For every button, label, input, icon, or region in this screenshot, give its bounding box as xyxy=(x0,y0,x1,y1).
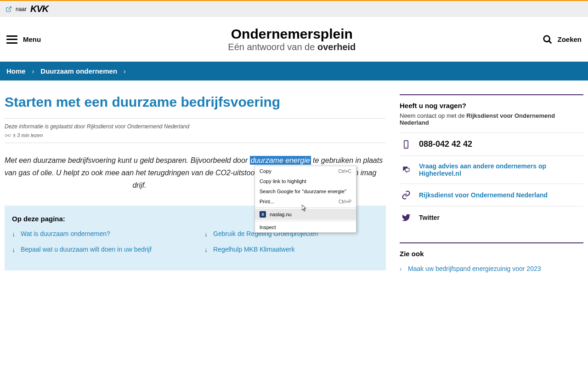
svg-line-2 xyxy=(549,40,552,43)
search-button[interactable]: Zoeken xyxy=(543,34,582,45)
header: Menu Ondernemersplein Eén antwoord van d… xyxy=(0,17,588,62)
top-bar: naar KVK xyxy=(0,0,588,17)
intro-pre: Met een duurzame bedrijfsvoering kunt u … xyxy=(5,156,250,164)
breadcrumb: Home › Duurzaam ondernemen › xyxy=(0,62,588,80)
contact-pre: Neem contact op met de xyxy=(400,112,466,119)
cm-label: naslag.nu xyxy=(270,212,292,217)
sidebar: Heeft u nog vragen? Neem contact op met … xyxy=(400,94,583,291)
svg-rect-5 xyxy=(404,140,408,148)
brand-title: Ondernemersplein xyxy=(228,26,356,42)
toc-link[interactable]: ↓Wat is duurzaam ondernemen? xyxy=(12,230,186,237)
seealso-text: Maak uw bedrijfspand energiezuinig voor … xyxy=(408,265,541,272)
rvo-text: Rijksdienst voor Ondernemend Nederland xyxy=(419,191,548,199)
advice-text: Vraag advies aan andere ondernemers op H… xyxy=(419,162,582,177)
search-icon xyxy=(543,34,553,45)
sidebar-questions: Heeft u nog vragen? Neem contact op met … xyxy=(400,94,583,229)
chevron-right-icon: › xyxy=(32,68,34,75)
breadcrumb-section[interactable]: Duurzaam ondernemen xyxy=(40,67,117,75)
divider xyxy=(5,118,386,119)
read-time-text: ± 3 min lezen xyxy=(13,132,43,138)
chevron-right-icon: › xyxy=(124,68,126,75)
toc-columns: ↓Wat is duurzaam ondernemen? ↓Bepaal wat… xyxy=(12,230,379,261)
brand-sub-strong: overheid xyxy=(317,42,356,52)
toc-link-label: Bepaal wat u duurzaam wilt doen in uw be… xyxy=(21,246,152,253)
arrow-down-icon: ↓ xyxy=(12,231,15,237)
chat-icon xyxy=(401,165,411,174)
cm-label: Inspect xyxy=(260,224,276,230)
contact-advice[interactable]: Vraag advies aan andere ondernemers op H… xyxy=(400,155,583,184)
cm-label: Copy link to highlight xyxy=(260,178,306,184)
external-link-icon xyxy=(6,6,12,12)
toc-col-1: ↓Wat is duurzaam ondernemen? ↓Bepaal wat… xyxy=(12,230,186,261)
contact-rvo[interactable]: Rijksdienst voor Ondernemend Nederland xyxy=(400,184,583,206)
menu-label: Menu xyxy=(23,35,41,43)
divider xyxy=(5,143,386,143)
breadcrumb-home[interactable]: Home xyxy=(6,67,26,75)
seealso-link[interactable]: › Maak uw bedrijfspand energiezuinig voo… xyxy=(400,260,583,277)
read-time: ± 3 min lezen xyxy=(5,132,386,138)
brand[interactable]: Ondernemersplein Eén antwoord van de ove… xyxy=(228,26,356,52)
cm-copy[interactable]: CopyCtrl+C xyxy=(255,166,356,176)
svg-line-0 xyxy=(8,6,11,9)
toc-col-2: ↓Gebruik de Regeling Groenprojecten ↓Reg… xyxy=(204,230,379,261)
cm-separator xyxy=(255,221,356,221)
twitter-icon xyxy=(401,213,411,222)
contact-twitter[interactable]: Twitter xyxy=(400,206,583,229)
meta-source: Deze informatie is geplaatst door Rijksd… xyxy=(5,123,386,130)
toc-link[interactable]: ↓Bepaal wat u duurzaam wilt doen in uw b… xyxy=(12,246,186,253)
selected-text: duurzame energie xyxy=(250,156,311,165)
link-icon xyxy=(401,190,411,200)
glasses-icon xyxy=(5,133,11,138)
phone-icon xyxy=(401,140,411,149)
cm-label: Search Google for "duurzame energie" xyxy=(260,189,346,194)
sidebar-seealso: Zie ook › Maak uw bedrijfspand energiezu… xyxy=(400,242,583,277)
questions-title: Heeft u nog vragen? xyxy=(400,95,583,112)
hamburger-icon xyxy=(6,35,17,44)
kvk-logo[interactable]: KVK xyxy=(30,4,48,14)
contact-phone[interactable]: 088-042 42 42 xyxy=(400,132,583,155)
toc-link[interactable]: ↓Regelhulp MKB Klimaatwerk xyxy=(204,246,379,253)
intro-end: drijf. xyxy=(132,181,146,189)
cm-label: Print... xyxy=(260,199,274,204)
cm-search-google[interactable]: Search Google for "duurzame energie" xyxy=(255,186,356,196)
menu-button[interactable]: Menu xyxy=(6,35,41,44)
questions-subtitle: Neem contact op met de Rijksdienst voor … xyxy=(400,112,583,126)
phone-number: 088-042 42 42 xyxy=(419,139,472,149)
toc-link-label: Wat is duurzaam ondernemen? xyxy=(21,230,110,237)
svg-point-4 xyxy=(8,134,11,137)
cm-shortcut: Ctrl+C xyxy=(338,169,351,174)
brand-subtitle: Eén antwoord van de overheid xyxy=(228,42,356,52)
cm-label: Copy xyxy=(260,168,271,174)
search-label: Zoeken xyxy=(557,35,582,43)
context-menu: CopyCtrl+C Copy link to highlight Search… xyxy=(254,166,356,233)
svg-point-3 xyxy=(5,134,7,137)
cursor-icon xyxy=(302,205,307,212)
chevron-right-icon: › xyxy=(400,266,401,272)
twitter-text: Twitter xyxy=(419,214,440,221)
cm-inspect[interactable]: Inspect xyxy=(255,222,356,232)
seealso-title: Zie ook xyxy=(400,243,583,260)
cm-shortcut: Ctrl+P xyxy=(339,199,351,204)
page-title: Starten met een duurzame bedrijfsvoering xyxy=(5,94,386,110)
svg-point-1 xyxy=(544,35,550,41)
arrow-down-icon: ↓ xyxy=(204,247,208,253)
brand-sub-pre: Eén antwoord van de xyxy=(228,42,317,52)
arrow-down-icon: ↓ xyxy=(12,247,15,253)
cm-copy-link[interactable]: Copy link to highlight xyxy=(255,176,356,186)
arrow-down-icon: ↓ xyxy=(204,231,208,237)
svg-point-6 xyxy=(406,146,407,147)
topbar-naar: naar xyxy=(16,6,27,12)
extension-icon: X xyxy=(260,211,266,218)
toc-link-label: Regelhulp MKB Klimaatwerk xyxy=(213,246,294,253)
